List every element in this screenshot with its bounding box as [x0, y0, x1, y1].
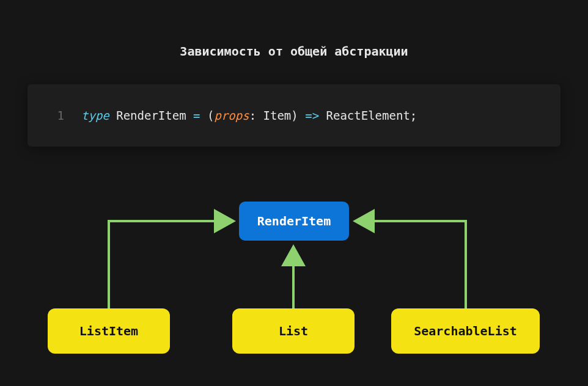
code-content: type RenderItem = (props: Item) => React…: [81, 109, 417, 122]
close-paren: ): [291, 109, 298, 122]
semicolon: ;: [410, 109, 417, 122]
diagram-title: Зависимость от общей абстракции: [0, 44, 588, 59]
arrow-op: =>: [305, 109, 319, 122]
param-name: props: [214, 109, 249, 122]
diagram-container: RenderItem ListItem List SearchableList: [0, 183, 588, 386]
type-name: RenderItem: [116, 109, 186, 122]
param-type: Item: [263, 109, 292, 122]
node-renderitem: RenderItem: [239, 202, 349, 241]
code-block: 1 type RenderItem = (props: Item) => Rea…: [28, 84, 560, 147]
return-type: ReactElement: [326, 109, 410, 122]
keyword-type: type: [81, 109, 109, 122]
node-listitem: ListItem: [48, 308, 170, 354]
node-searchablelist: SearchableList: [391, 308, 540, 354]
node-list: List: [232, 308, 355, 354]
arrow-right: [358, 221, 466, 308]
open-paren: (: [207, 109, 214, 122]
line-number: 1: [46, 109, 64, 122]
equals-op: =: [193, 109, 200, 122]
arrow-left: [109, 221, 231, 308]
code-line: 1 type RenderItem = (props: Item) => Rea…: [46, 109, 542, 122]
colon: :: [249, 109, 256, 122]
